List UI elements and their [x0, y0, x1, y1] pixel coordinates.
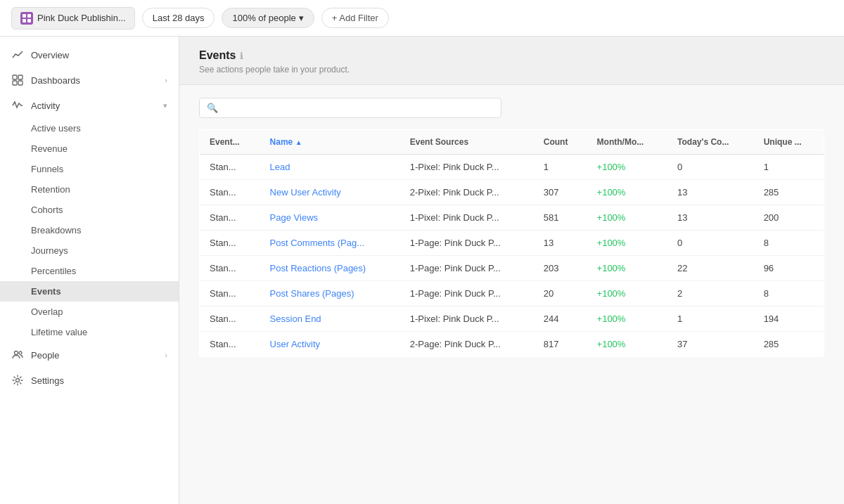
cell-month: +100% [587, 306, 668, 332]
sidebar-sub-revenue[interactable]: Revenue [0, 138, 179, 159]
cell-count: 20 [534, 281, 587, 306]
cell-count: 244 [534, 306, 587, 332]
content-area: 🔍 Event... Name ▲ Event Sources Count Mo… [179, 85, 844, 370]
cell-today: 37 [667, 332, 754, 357]
org-button[interactable]: Pink Duck Publishin... [11, 7, 135, 30]
svg-rect-3 [27, 19, 31, 22]
event-name-link[interactable]: New User Activity [270, 187, 341, 198]
page-subtitle: See actions people take in your product. [199, 65, 824, 75]
cell-name: User Activity [260, 332, 400, 357]
cell-source: 1-Page: Pink Duck P... [400, 256, 534, 281]
table-row: Stan... User Activity 2-Page: Pink Duck … [200, 332, 824, 357]
sidebar-sub-overlap[interactable]: Overlap [0, 302, 179, 322]
info-icon[interactable]: ℹ [240, 51, 243, 61]
sidebar-sub-funnels[interactable]: Funnels [0, 159, 179, 179]
col-unique[interactable]: Unique ... [754, 130, 824, 155]
cell-count: 817 [534, 332, 587, 357]
table-row: Stan... New User Activity 2-Pixel: Pink … [200, 180, 824, 205]
cell-today: 1 [667, 306, 754, 332]
cell-source: 2-Pixel: Pink Duck P... [400, 180, 534, 205]
people-icon [11, 349, 24, 361]
sidebar-sub-events[interactable]: Events [0, 281, 179, 302]
cell-unique: 8 [754, 281, 824, 306]
date-range-button[interactable]: Last 28 days [142, 8, 215, 28]
add-filter-button[interactable]: + Add Filter [321, 8, 389, 28]
cell-unique: 200 [754, 205, 824, 231]
event-name-link[interactable]: User Activity [270, 339, 321, 349]
svg-rect-1 [27, 14, 31, 18]
cell-today: 0 [667, 155, 754, 180]
chevron-right-icon: › [165, 351, 167, 359]
page-header: Events ℹ See actions people take in your… [179, 37, 844, 85]
cell-month: +100% [587, 332, 668, 357]
cell-count: 203 [534, 256, 587, 281]
sort-arrow-icon: ▲ [295, 138, 302, 146]
sidebar: Overview Dashboards › Activity ▾ Active … [0, 37, 179, 504]
sidebar-item-overview[interactable]: Overview [0, 42, 179, 67]
cell-source: 1-Pixel: Pink Duck P... [400, 306, 534, 332]
cell-month: +100% [587, 231, 668, 256]
cell-unique: 96 [754, 256, 824, 281]
event-name-link[interactable]: Session End [270, 314, 321, 324]
svg-point-10 [16, 379, 20, 382]
chevron-right-icon: › [165, 76, 167, 84]
table-row: Stan... Post Comments (Pag... 1-Page: Pi… [200, 231, 824, 256]
cell-count: 307 [534, 180, 587, 205]
cell-name: Lead [260, 155, 400, 180]
event-name-link[interactable]: Post Shares (Pages) [270, 288, 354, 299]
cell-event-type: Stan... [200, 332, 260, 357]
search-icon: 🔍 [207, 103, 218, 113]
cell-event-type: Stan... [200, 231, 260, 256]
events-table: Event... Name ▲ Event Sources Count Mont… [199, 129, 824, 357]
event-name-link[interactable]: Page Views [270, 212, 318, 223]
col-event-sources[interactable]: Event Sources [400, 130, 534, 155]
event-name-link[interactable]: Lead [270, 162, 290, 172]
cell-today: 13 [667, 180, 754, 205]
svg-rect-4 [13, 75, 17, 79]
cell-today: 2 [667, 281, 754, 306]
event-name-link[interactable]: Post Comments (Pag... [270, 238, 364, 248]
cell-name: New User Activity [260, 180, 400, 205]
cell-today: 0 [667, 231, 754, 256]
dashboards-icon [11, 74, 24, 86]
settings-icon [11, 374, 24, 387]
cell-source: 1-Page: Pink Duck P... [400, 281, 534, 306]
cell-event-type: Stan... [200, 205, 260, 231]
sidebar-item-settings[interactable]: Settings [0, 368, 179, 393]
table-row: Stan... Post Shares (Pages) 1-Page: Pink… [200, 281, 824, 306]
people-filter-button[interactable]: 100% of people ▾ [222, 8, 314, 28]
event-name-link[interactable]: Post Reactions (Pages) [270, 263, 366, 273]
sidebar-sub-cohorts[interactable]: Cohorts [0, 200, 179, 220]
cell-event-type: Stan... [200, 256, 260, 281]
sidebar-item-people[interactable]: People › [0, 342, 179, 368]
col-count[interactable]: Count [534, 130, 587, 155]
sidebar-item-activity[interactable]: Activity ▾ [0, 93, 179, 118]
sidebar-sub-percentiles[interactable]: Percentiles [0, 261, 179, 281]
svg-rect-7 [18, 81, 23, 85]
svg-rect-0 [23, 14, 26, 18]
table-row: Stan... Lead 1-Pixel: Pink Duck P... 1 +… [200, 155, 824, 180]
sidebar-sub-lifetime-value[interactable]: Lifetime value [0, 322, 179, 342]
cell-name: Post Shares (Pages) [260, 281, 400, 306]
table-row: Stan... Post Reactions (Pages) 1-Page: P… [200, 256, 824, 281]
cell-unique: 1 [754, 155, 824, 180]
cell-unique: 194 [754, 306, 824, 332]
col-name[interactable]: Name ▲ [260, 130, 400, 155]
sidebar-item-dashboards[interactable]: Dashboards › [0, 67, 179, 93]
search-input[interactable] [224, 103, 494, 113]
col-month[interactable]: Month/Mo... [587, 130, 668, 155]
cell-month: +100% [587, 205, 668, 231]
cell-source: 1-Pixel: Pink Duck P... [400, 155, 534, 180]
table-header-row: Event... Name ▲ Event Sources Count Mont… [200, 130, 824, 155]
chevron-down-icon: ▾ [299, 13, 304, 23]
cell-name: Post Reactions (Pages) [260, 256, 400, 281]
sidebar-sub-retention[interactable]: Retention [0, 179, 179, 200]
sidebar-sub-journeys[interactable]: Journeys [0, 240, 179, 261]
sidebar-sub-active-users[interactable]: Active users [0, 118, 179, 138]
chevron-down-icon: ▾ [163, 101, 167, 110]
cell-today: 22 [667, 256, 754, 281]
topbar: Pink Duck Publishin... Last 28 days 100%… [0, 0, 844, 37]
sidebar-sub-breakdowns[interactable]: Breakdowns [0, 220, 179, 240]
col-today[interactable]: Today's Co... [667, 130, 754, 155]
col-event-type[interactable]: Event... [200, 130, 260, 155]
